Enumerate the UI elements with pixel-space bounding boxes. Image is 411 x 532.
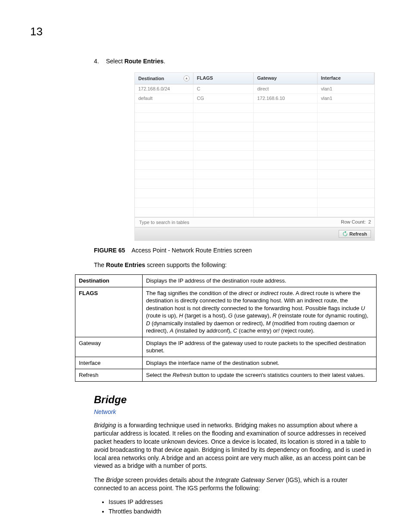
cell-destination: default: [135, 94, 193, 103]
row-count: Row Count: 2: [341, 219, 371, 225]
support-pre: The: [94, 261, 106, 268]
route-table-body: 172.168.6.0/24Cdirectvlan1defaultCG172.1…: [135, 84, 374, 217]
content-area: 4. Select Route Entries. Destination ▲ F…: [94, 58, 376, 517]
table-row-empty: [135, 198, 374, 208]
column-destination[interactable]: Destination ▲: [135, 73, 193, 84]
route-entries-panel: Destination ▲ FLAGS Gateway Interface 17…: [134, 72, 375, 241]
page-number: 13: [30, 25, 43, 38]
list-item: Throttles bandwidth: [109, 508, 376, 515]
step-suffix: .: [164, 58, 165, 65]
step-4: 4. Select Route Entries.: [94, 58, 376, 65]
cell-gateway: 172.168.6.10: [254, 94, 318, 103]
network-link[interactable]: Network: [94, 408, 376, 415]
row-count-value: 2: [368, 219, 371, 224]
column-interface[interactable]: Interface: [318, 73, 374, 84]
table-row-empty: [135, 170, 374, 179]
desc-row: RefreshSelect the Refresh button to upda…: [75, 369, 377, 382]
desc-text: The flag signifies the condition of the …: [143, 287, 377, 337]
sort-ascending-icon[interactable]: ▲: [184, 75, 190, 81]
table-row-empty: [135, 189, 374, 198]
cell-interface: vlan1: [318, 94, 374, 103]
desc-field: Refresh: [75, 369, 143, 382]
route-entries-screenshot: Destination ▲ FLAGS Gateway Interface 17…: [94, 72, 376, 241]
search-input[interactable]: [138, 219, 224, 225]
section-heading-bridge: Bridge: [94, 394, 376, 406]
column-gateway[interactable]: Gateway: [254, 73, 318, 84]
table-row-empty: [135, 103, 374, 113]
table-row-empty: [135, 141, 374, 151]
desc-field: FLAGS: [75, 287, 143, 337]
list-item: Issues IP addresses: [109, 498, 376, 505]
table-row-empty: [135, 160, 374, 170]
desc-row: GatewayDisplays the IP address of the ga…: [75, 337, 377, 357]
desc-field: Gateway: [75, 337, 143, 357]
row-count-label: Row Count:: [341, 219, 365, 224]
table-row-empty: [135, 122, 374, 132]
igs-bullets: Issues IP addressesThrottles bandwidth: [94, 498, 376, 515]
table-row-empty: [135, 151, 374, 160]
table-row-empty: [135, 132, 374, 141]
desc-text: Displays the IP address of the destinati…: [143, 275, 377, 287]
cell-destination: 172.168.6.0/24: [135, 84, 193, 93]
cell-interface: vlan1: [318, 84, 374, 93]
figure-label: FIGURE 65: [94, 247, 125, 254]
support-bold: Route Entries: [106, 261, 145, 268]
step-bold: Route Entries: [125, 58, 164, 65]
refresh-icon: [342, 231, 348, 236]
cell-flags: CG: [193, 94, 254, 103]
desc-row: FLAGSThe flag signifies the condition of…: [75, 287, 377, 337]
step-number: 4.: [94, 58, 104, 65]
cell-flags: C: [193, 84, 254, 93]
desc-field: Destination: [75, 275, 143, 287]
bridge-paragraph-1: Bridging is a forwarding technique used …: [94, 421, 376, 470]
step-prefix: Select: [106, 58, 125, 65]
table-row-empty: [135, 208, 374, 217]
desc-field: Interface: [75, 357, 143, 369]
cell-gateway: direct: [254, 84, 318, 93]
column-destination-label: Destination: [138, 76, 164, 81]
table-row[interactable]: 172.168.6.0/24Cdirectvlan1: [135, 84, 374, 94]
desc-text: Select the Refresh button to update the …: [143, 369, 377, 382]
figure-caption: FIGURE 65 Access Point - Network Route E…: [94, 247, 376, 254]
table-row-empty: [135, 113, 374, 122]
desc-text: Displays the interface name of the desti…: [143, 357, 377, 369]
refresh-button[interactable]: Refresh: [339, 230, 371, 238]
desc-text: Displays the IP address of the gateway u…: [143, 337, 377, 357]
table-row-empty: [135, 179, 374, 189]
desc-row: DestinationDisplays the IP address of th…: [75, 275, 377, 287]
support-line: The Route Entries screen supports the fo…: [94, 261, 376, 268]
column-flags[interactable]: FLAGS: [193, 73, 254, 84]
figure-text: Access Point - Network Route Entries scr…: [131, 247, 252, 254]
table-search-row: Row Count: 2: [135, 217, 374, 227]
route-table-header: Destination ▲ FLAGS Gateway Interface: [135, 73, 374, 84]
support-post: screen supports the following:: [145, 261, 227, 268]
table-row[interactable]: defaultCG172.168.6.10vlan1: [135, 94, 374, 103]
bridge-paragraph-2: The Bridge screen provides details about…: [94, 476, 376, 492]
desc-row: InterfaceDisplays the interface name of …: [75, 357, 377, 369]
panel-footer: Refresh: [135, 227, 374, 240]
description-table: DestinationDisplays the IP address of th…: [75, 274, 377, 382]
refresh-button-label: Refresh: [349, 231, 367, 236]
